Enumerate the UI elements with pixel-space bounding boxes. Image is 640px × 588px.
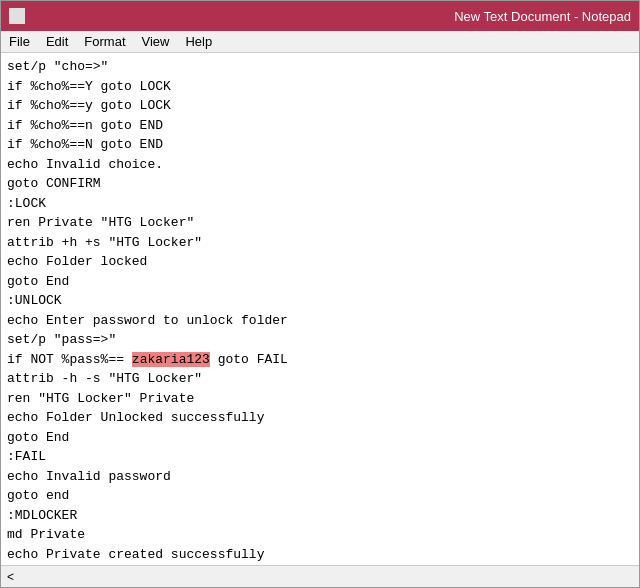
code-line: attrib +h +s "HTG Locker" <box>7 233 633 253</box>
code-line: if NOT %pass%== zakaria123 goto FAIL <box>7 350 633 370</box>
code-line: echo Enter password to unlock folder <box>7 311 633 331</box>
code-line: md Private <box>7 525 633 545</box>
code-line: goto CONFIRM <box>7 174 633 194</box>
code-content: set/p "cho=>"if %cho%==Y goto LOCKif %ch… <box>7 57 633 565</box>
code-line: goto End <box>7 272 633 292</box>
app-icon <box>9 8 25 24</box>
code-line: :UNLOCK <box>7 291 633 311</box>
menu-format[interactable]: Format <box>76 32 133 51</box>
code-line: ren "HTG Locker" Private <box>7 389 633 409</box>
code-line: :FAIL <box>7 447 633 467</box>
code-line: echo Invalid choice. <box>7 155 633 175</box>
editor-area[interactable]: set/p "cho=>"if %cho%==Y goto LOCKif %ch… <box>1 53 639 565</box>
code-line: echo Folder Unlocked successfully <box>7 408 633 428</box>
notepad-window: New Text Document - Notepad File Edit Fo… <box>0 0 640 588</box>
code-line: goto end <box>7 486 633 506</box>
code-line: set/p "cho=>" <box>7 57 633 77</box>
code-line: if %cho%==Y goto LOCK <box>7 77 633 97</box>
code-line: echo Private created successfully <box>7 545 633 565</box>
code-line: goto End <box>7 428 633 448</box>
window-title: New Text Document - Notepad <box>33 9 631 24</box>
code-line: set/p "pass=>" <box>7 330 633 350</box>
code-line: if %cho%==N goto END <box>7 135 633 155</box>
menu-bar: File Edit Format View Help <box>1 31 639 53</box>
code-line: ren Private "HTG Locker" <box>7 213 633 233</box>
status-text: < <box>7 570 14 584</box>
code-line: attrib -h -s "HTG Locker" <box>7 369 633 389</box>
status-bar: < <box>1 565 639 587</box>
code-line: :MDLOCKER <box>7 506 633 526</box>
code-line: :LOCK <box>7 194 633 214</box>
menu-help[interactable]: Help <box>177 32 220 51</box>
code-line: if %cho%==y goto LOCK <box>7 96 633 116</box>
title-bar: New Text Document - Notepad <box>1 1 639 31</box>
code-line: if %cho%==n goto END <box>7 116 633 136</box>
menu-file[interactable]: File <box>1 32 38 51</box>
code-line: echo Invalid password <box>7 467 633 487</box>
menu-edit[interactable]: Edit <box>38 32 76 51</box>
code-line: echo Folder locked <box>7 252 633 272</box>
menu-view[interactable]: View <box>134 32 178 51</box>
